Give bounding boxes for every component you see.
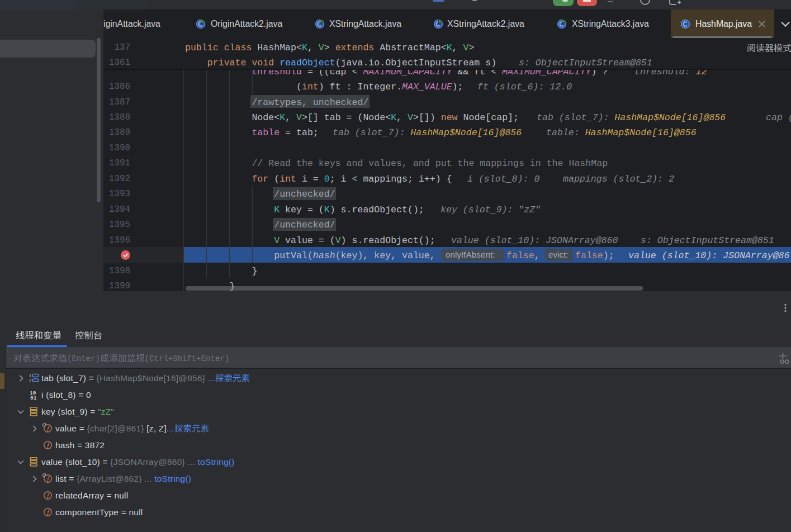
svg-text:2: 2 [29,378,31,383]
svg-text:01: 01 [30,395,37,400]
svg-text:1: 1 [29,373,31,378]
